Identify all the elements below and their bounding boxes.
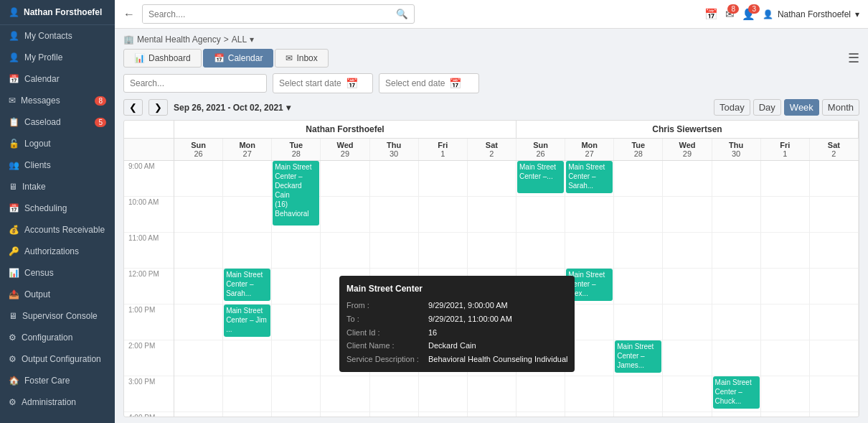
- cal-row-line: [174, 340, 222, 376]
- cal-row-line: [223, 340, 271, 376]
- sidebar-item-supervisor-console[interactable]: 🖥 Supervisor Console: [0, 305, 115, 327]
- day-header-4: Thu30: [370, 139, 419, 160]
- calendar-event-6[interactable]: Main Street Center – James...: [615, 340, 661, 373]
- cal-row-line: [761, 197, 809, 233]
- cal-row-line: [321, 197, 369, 233]
- view-day[interactable]: Day: [753, 99, 781, 116]
- sidebar-item-logout[interactable]: 🔓 Logout: [0, 133, 115, 154]
- view-week[interactable]: Week: [784, 99, 819, 116]
- cal-row-line: [614, 233, 662, 269]
- sidebar-label-caseload: Caseload: [24, 117, 61, 127]
- sidebar-item-configuration[interactable]: ⚙ Configuration: [0, 327, 115, 348]
- cal-row-line: [272, 305, 320, 340]
- top-icons: 📅 ✉ 8 👤 3: [704, 8, 755, 21]
- cal-row-line: [272, 233, 320, 269]
- calendar-event-7[interactable]: Main Street Center – Chuck...: [713, 376, 760, 409]
- cal-row-line: [614, 269, 662, 305]
- cal-row-line: [370, 233, 418, 269]
- sidebar-item-accounts-receivable[interactable]: 💰 Accounts Receivable: [0, 219, 115, 241]
- messages-icon-button[interactable]: ✉ 8: [725, 8, 735, 21]
- cal-row-line: [174, 197, 222, 233]
- day-header-1: Mon27: [223, 139, 272, 160]
- sidebar-label-calendar: Calendar: [24, 74, 60, 84]
- breadcrumb-dropdown[interactable]: ▾: [250, 34, 254, 45]
- sidebar-item-output[interactable]: 📤 Output: [0, 284, 115, 305]
- calendar-grid: Nathan Forsthoefel Chris Siewertsen Sun2…: [123, 120, 859, 417]
- sidebar-item-administration[interactable]: ⚙ Administration: [0, 391, 115, 413]
- calendar-icon-button[interactable]: 📅: [704, 8, 718, 21]
- search-input[interactable]: [143, 6, 390, 23]
- calendar-event-1[interactable]: Main Street Center –...: [517, 161, 564, 193]
- calendar-event-5[interactable]: Main Street Center – Jim ...: [224, 305, 270, 337]
- cal-row-line: [663, 376, 711, 412]
- cal-row-line: [419, 233, 467, 269]
- time-slot-label: 9:00 AM: [124, 161, 174, 197]
- sidebar-item-scheduling[interactable]: 📅 Scheduling: [0, 197, 115, 219]
- start-date-field[interactable]: Select start date 📅: [273, 73, 373, 93]
- calendar-event-4[interactable]: Main Street Center – Sarah...: [224, 269, 270, 301]
- sidebar-item-calendar[interactable]: 📅 Calendar: [0, 68, 115, 90]
- tooltip-to: 9/29/2021, 11:00:00 AM: [428, 312, 512, 326]
- tab-calendar[interactable]: 📅 Calendar: [203, 49, 274, 68]
- sidebar-item-caseload[interactable]: 📋 Caseload 5: [0, 111, 115, 133]
- sidebar-label-output: Output: [24, 289, 50, 299]
- view-today[interactable]: Today: [714, 99, 750, 116]
- cal-row-line: [370, 197, 418, 233]
- sidebar-item-clients[interactable]: 👥 Clients: [0, 154, 115, 176]
- tab-inbox[interactable]: ✉ Inbox: [275, 49, 328, 68]
- sidebar-item-intake[interactable]: 🖥 Intake: [0, 176, 115, 197]
- calendar-search-input[interactable]: [123, 74, 267, 93]
- cal-row-line: [810, 269, 858, 305]
- cal-row-line: [419, 376, 467, 412]
- configuration-icon: ⚙: [9, 333, 16, 343]
- sidebar-item-authorizations[interactable]: 🔑 Authorizations: [0, 241, 115, 262]
- day-header-12: Fri1: [761, 139, 810, 160]
- cal-col-12: [761, 161, 810, 417]
- day-header-5: Fri1: [419, 139, 468, 160]
- tab-dashboard[interactable]: 📊 Dashboard: [123, 49, 202, 68]
- end-date-field[interactable]: Select end date 📅: [379, 73, 479, 93]
- cal-row-line: [614, 197, 662, 233]
- topbar-user[interactable]: 👤 Nathan Forsthoefel ▾: [763, 9, 859, 19]
- cal-row-line: [614, 161, 662, 197]
- cal-row-line: [174, 412, 222, 417]
- cal-row-line: [712, 305, 760, 340]
- cal-row-line: [761, 412, 809, 417]
- day-header-time-spacer: [124, 139, 174, 160]
- range-dropdown-icon: ▾: [286, 103, 291, 113]
- output-icon: 📤: [9, 289, 19, 299]
- cal-col-13: [810, 161, 859, 417]
- my-contacts-icon: 👤: [9, 31, 19, 41]
- time-slot-label: 1:00 PM: [124, 305, 174, 340]
- cal-row-line: [810, 161, 858, 197]
- sidebar-item-my-contacts[interactable]: 👤 My Contacts: [0, 25, 115, 47]
- filter-row: Select start date 📅 Select end date 📅: [123, 73, 859, 93]
- sidebar-user[interactable]: 👤 Nathan Forsthoefel: [0, 0, 115, 25]
- search-button[interactable]: 🔍: [390, 5, 414, 23]
- messages-icon: ✉: [9, 96, 16, 106]
- next-button[interactable]: ❯: [148, 99, 168, 116]
- cal-col-1: Main Street Center – Sarah...Main Street…: [223, 161, 272, 417]
- cal-row-line: [761, 161, 809, 197]
- tooltip-service: Behavioral Health Counseling Individual: [428, 353, 567, 366]
- calendar-event-0[interactable]: Main Street Center – Deckard Cain (16) B…: [273, 161, 319, 226]
- cal-row-line: [174, 269, 222, 305]
- cal-row-line: [810, 340, 858, 376]
- cal-row-line: [614, 412, 662, 417]
- calendar-event-2[interactable]: Main Street Center – Sarah...: [566, 161, 613, 193]
- cal-row-line: [614, 376, 662, 412]
- accounts-receivable-icon: 💰: [9, 225, 19, 235]
- cal-row-line: [468, 197, 516, 233]
- sidebar-item-messages[interactable]: ✉ Messages 8: [0, 90, 115, 111]
- back-button[interactable]: ←: [123, 8, 135, 21]
- sidebar-item-my-profile[interactable]: 👤 My Profile: [0, 47, 115, 68]
- hamburger-menu[interactable]: ☰: [848, 50, 859, 66]
- notifications-icon-button[interactable]: 👤 3: [742, 8, 755, 21]
- sidebar-item-census[interactable]: 📊 Census: [0, 262, 115, 284]
- view-month[interactable]: Month: [822, 99, 859, 116]
- sidebar-item-foster-care[interactable]: 🏠 Foster Care: [0, 370, 115, 391]
- cal-row-line: [223, 412, 271, 417]
- sidebar-item-output-configuration[interactable]: ⚙ Output Configuration: [0, 348, 115, 370]
- prev-button[interactable]: ❮: [123, 99, 143, 116]
- tooltip-client-name: Deckard Cain: [428, 339, 476, 353]
